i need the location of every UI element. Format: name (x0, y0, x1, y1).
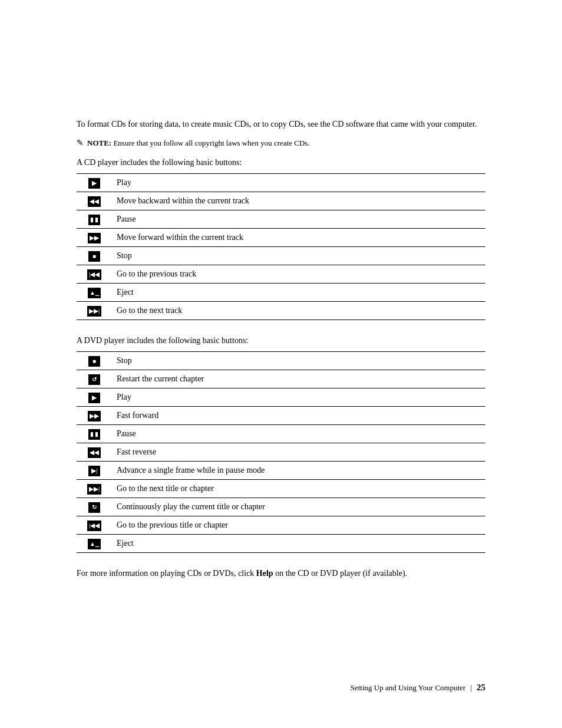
cd-icon-cell: ■ (77, 246, 112, 265)
dvd-icon-cell: ▶▶| (77, 479, 112, 498)
cd-icon-cell: ▶▶| (77, 301, 112, 319)
table-row: ◀◀ Move backward within the current trac… (77, 192, 485, 210)
table-row: ◀◀ Fast reverse (77, 443, 485, 461)
cd-button-icon: ▮ ▮ (88, 215, 101, 225)
dvd-table: ■ Stop ↺ Restart the current chapter ▶ P… (77, 351, 485, 553)
dvd-description: Restart the current chapter (112, 370, 485, 388)
table-row: ▮ ▮ Pause (77, 210, 485, 228)
table-row: ▲⎯ Eject (77, 534, 485, 552)
table-row: ▶▶| Go to the next track (77, 301, 485, 319)
dvd-button-icon: ■ (88, 356, 100, 367)
cd-description: Play (112, 173, 485, 192)
dvd-button-icon: ◀◀ (88, 447, 101, 458)
dvd-description: Fast reverse (112, 443, 485, 461)
cd-description: Go to the next track (112, 301, 485, 319)
dvd-button-icon: ▶▶ (88, 411, 101, 421)
table-row: ▮ ▮ Pause (77, 424, 485, 443)
dvd-icon-cell: ◀◀ (77, 443, 112, 461)
dvd-description: Go to the next title or chapter (112, 479, 485, 498)
dvd-button-icon: ▮ ▮ (88, 429, 101, 440)
dvd-button-icon: ▶| (88, 466, 100, 476)
table-row: ▶| Advance a single frame while in pause… (77, 461, 485, 479)
dvd-description: Eject (112, 534, 485, 552)
dvd-icon-cell: ▶| (77, 461, 112, 479)
table-row: ▶▶ Move forward within the current track (77, 228, 485, 246)
dvd-description: Continuously play the current title or c… (112, 498, 485, 516)
footer-page: 25 (477, 683, 485, 693)
footer-separator: | (470, 683, 472, 693)
dvd-button-icon: ▶ (88, 393, 100, 403)
dvd-icon-cell: ↺ (77, 370, 112, 388)
cd-button-icon: ▶ (88, 178, 100, 189)
table-row: |◀◀ Go to the previous track (77, 265, 485, 283)
cd-icon-cell: |◀◀ (77, 265, 112, 283)
table-row: ▶ Play (77, 388, 485, 406)
table-row: ▲⎯ Eject (77, 283, 485, 301)
cd-button-icon: ■ (88, 251, 100, 262)
table-row: ■ Stop (77, 351, 485, 370)
cd-section-heading: A CD player includes the following basic… (77, 156, 485, 169)
dvd-description: Stop (112, 351, 485, 370)
dvd-icon-cell: ▶▶ (77, 406, 112, 424)
dvd-description: Go to the previous title or chapter (112, 516, 485, 534)
note-icon: ✎ (77, 138, 84, 148)
table-row: ■ Stop (77, 246, 485, 265)
dvd-button-icon: ▲⎯ (88, 539, 101, 549)
dvd-icon-cell: ▮ ▮ (77, 424, 112, 443)
cd-icon-cell: ◀◀ (77, 192, 112, 210)
cd-description: Stop (112, 246, 485, 265)
footer-paragraph: For more information on playing CDs or D… (77, 567, 485, 579)
dvd-icon-cell: ▶ (77, 388, 112, 406)
cd-button-icon: ▶▶| (87, 306, 101, 317)
dvd-icon-cell: ▲⎯ (77, 534, 112, 552)
cd-description: Eject (112, 283, 485, 301)
dvd-description: Pause (112, 424, 485, 443)
cd-button-icon: ▶▶ (88, 233, 101, 243)
intro-paragraph: To format CDs for storing data, to creat… (77, 118, 485, 130)
table-row: ↺ Restart the current chapter (77, 370, 485, 388)
cd-button-icon: |◀◀ (87, 269, 101, 280)
cd-icon-cell: ▲⎯ (77, 283, 112, 301)
cd-description: Move forward within the current track (112, 228, 485, 246)
table-row: ▶ Play (77, 173, 485, 192)
table-row: ▶▶| Go to the next title or chapter (77, 479, 485, 498)
note-block: ✎ NOTE: Ensure that you follow all copyr… (77, 137, 485, 149)
footer-text: Setting Up and Using Your Computer (351, 683, 466, 693)
table-row: ▶▶ Fast forward (77, 406, 485, 424)
table-row: ↻ Continuously play the current title or… (77, 498, 485, 516)
dvd-description: Advance a single frame while in pause mo… (112, 461, 485, 479)
cd-description: Pause (112, 210, 485, 228)
dvd-icon-cell: |◀◀ (77, 516, 112, 534)
cd-description: Move backward within the current track (112, 192, 485, 210)
cd-description: Go to the previous track (112, 265, 485, 283)
cd-icon-cell: ▮ ▮ (77, 210, 112, 228)
note-text: NOTE: Ensure that you follow all copyrig… (87, 137, 310, 149)
dvd-button-icon: |◀◀ (87, 521, 101, 531)
dvd-icon-cell: ↻ (77, 498, 112, 516)
dvd-button-icon: ▶▶| (87, 484, 101, 495)
cd-icon-cell: ▶▶ (77, 228, 112, 246)
cd-icon-cell: ▶ (77, 173, 112, 192)
cd-button-icon: ▲⎯ (88, 288, 101, 298)
dvd-section-heading: A DVD player includes the following basi… (77, 334, 485, 347)
cd-table: ▶ Play ◀◀ Move backward within the curre… (77, 173, 485, 320)
dvd-description: Fast forward (112, 406, 485, 424)
footer: Setting Up and Using Your Computer | 25 (351, 683, 485, 693)
table-row: |◀◀ Go to the previous title or chapter (77, 516, 485, 534)
cd-button-icon: ◀◀ (88, 196, 101, 207)
dvd-description: Play (112, 388, 485, 406)
dvd-button-icon: ↺ (88, 374, 100, 385)
dvd-button-icon: ↻ (88, 502, 100, 513)
dvd-icon-cell: ■ (77, 351, 112, 370)
